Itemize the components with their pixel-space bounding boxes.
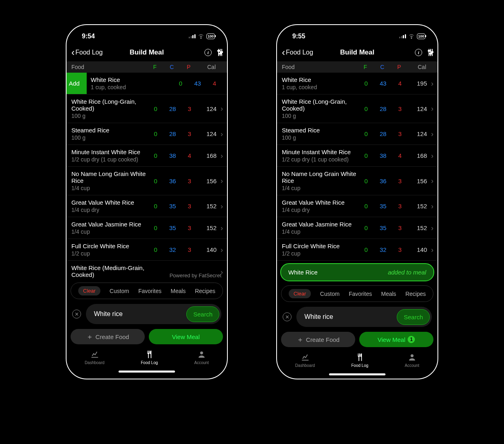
protein-value: 4 [206,80,223,87]
search-input[interactable]: White rice Search [86,304,221,324]
food-row[interactable]: White Rice 1 cup, cooked 0 43 4 195 › [277,73,437,94]
home-indicator [329,373,385,375]
food-serving: 1/4 cup dry [282,207,358,213]
food-row[interactable]: Great Value Jasmine Rice 1/4 cup 0 35 3 … [277,217,437,239]
protein-value: 3 [181,105,198,112]
chevron-right-icon: › [427,105,433,112]
food-name: White Rice [282,76,358,83]
tab-dashboard[interactable]: Dashboard [85,350,104,365]
filter-clear[interactable]: Clear [78,286,100,295]
person-icon [407,353,417,362]
tab-account[interactable]: Account [194,350,209,365]
tab-account[interactable]: Account [405,353,419,368]
fat-value: 0 [147,203,164,209]
food-row[interactable]: White Rice (Long-Grain, Cooked) 100 g 0 … [277,94,437,123]
food-row[interactable]: Add White Rice 1 cup, cooked 0 43 4 › [67,73,227,94]
carb-value: 36 [375,178,392,184]
food-row[interactable]: White Rice (Long-Grain, Cooked) 100 g 0 … [67,94,227,123]
protein-value: 3 [392,224,408,231]
fat-value: 0 [358,105,375,112]
food-row[interactable]: Steamed Rice 100 g 0 28 3 124 › [67,123,227,145]
food-row[interactable]: Great Value White Rice 1/4 cup dry 0 35 … [67,195,227,217]
food-row[interactable]: Minute Instant White Rice 1/2 cup dry (1… [277,145,437,167]
food-name: Full Circle White Rice [71,243,147,249]
sliders-icon[interactable] [218,49,222,56]
create-food-button[interactable]: ＋ Create Food [281,332,355,347]
chevron-right-icon: › [427,130,433,138]
tab-dashboard[interactable]: Dashboard [295,353,315,368]
filter-recipes[interactable]: Recipes [195,288,215,294]
search-button[interactable]: Search [397,309,430,325]
food-list[interactable]: Add White Rice 1 cup, cooked 0 43 4 › Wh… [67,73,227,279]
food-row[interactable]: Minute Instant White Rice 1/2 cup dry (1… [67,145,227,167]
food-serving: 1/2 cup dry (1 cup cooked) [71,156,147,163]
filter-favorites[interactable]: Favorites [138,288,162,294]
food-name: Steamed Rice [282,127,358,134]
search-input[interactable]: White rice Search [296,307,432,327]
clear-search-icon[interactable]: ✕ [283,312,292,321]
food-name: Great Value Jasmine Rice [71,221,147,228]
protein-value: 4 [392,152,408,159]
fat-value: 0 [358,178,375,184]
food-name: White Rice (Medium-Grain, Cooked) [71,264,147,278]
carb-value: 36 [164,178,181,184]
protein-value: 3 [181,203,198,209]
cal-value: 124 [198,130,217,137]
food-name: White Rice [91,76,172,83]
filter-recipes[interactable]: Recipes [405,291,426,297]
food-row[interactable]: Full Circle White Rice 1/2 cup 0 32 3 14… [277,239,437,261]
info-icon[interactable]: i [415,49,422,56]
create-food-label: Create Food [96,333,129,340]
filter-custom[interactable]: Custom [110,288,129,294]
protein-value: 3 [392,246,408,253]
add-swipe-button[interactable]: Add [67,73,87,94]
food-row[interactable]: No Name Long Grain White Rice 1/4 cup 0 … [67,167,227,195]
food-row[interactable]: Steamed Rice 100 g 0 28 3 124 › [277,123,437,145]
food-info: Minute Instant White Rice 1/2 cup dry (1… [71,149,147,163]
carb-value: 32 [164,246,181,253]
search-button[interactable]: Search [186,306,219,322]
food-row[interactable]: Great Value Jasmine Rice 1/4 cup 0 35 3 … [67,217,227,239]
food-row[interactable]: Great Value White Rice 1/4 cup dry 0 35 … [277,195,437,217]
clear-search-icon[interactable]: ✕ [72,310,81,318]
chevron-right-icon: › [217,246,223,253]
view-meal-badge: 1 [408,336,415,343]
fat-value: 0 [358,152,375,159]
fat-value: 0 [147,105,164,112]
create-food-button[interactable]: ＋ Create Food [71,329,145,344]
filter-meals[interactable]: Meals [381,291,396,297]
toast-status: added to meal [388,269,426,276]
tab-foodlog[interactable]: Food Log [141,350,158,365]
view-meal-button[interactable]: View Meal [149,329,223,344]
carb-value: 28 [375,105,392,112]
filter-favorites[interactable]: Favorites [349,291,372,297]
back-button[interactable]: ‹ Food Log [71,48,103,57]
view-meal-button[interactable]: View Meal 1 [359,332,433,347]
header-cal: Cal [197,64,216,70]
back-button[interactable]: ‹ Food Log [282,48,313,57]
food-row[interactable]: No Name Long Grain White Rice 1/4 cup 0 … [277,167,437,195]
carb-value: 28 [164,130,181,137]
food-info: No Name Long Grain White Rice 1/4 cup [282,170,358,191]
sliders-icon[interactable] [429,49,433,56]
food-row[interactable]: Full Circle White Rice 1/2 cup 0 32 3 14… [67,239,227,261]
tab-foodlog[interactable]: Food Log [351,353,368,368]
food-info: White Rice (Long-Grain, Cooked) 100 g [282,98,358,119]
protein-value: 3 [181,246,198,253]
info-icon[interactable]: i [204,49,212,56]
cal-value: 168 [408,152,427,159]
view-meal-label: View Meal [172,333,200,340]
food-serving: 1/2 cup dry (1 cup cooked) [282,156,358,163]
food-info: Full Circle White Rice 1/2 cup [71,243,147,257]
filter-custom[interactable]: Custom [320,291,339,297]
food-list[interactable]: White Rice 1 cup, cooked 0 43 4 195 › Wh… [277,73,437,262]
carb-value: 28 [375,130,392,137]
cal-value: 152 [408,203,427,209]
food-name: White Rice (Long-Grain, Cooked) [282,98,358,112]
food-name: Minute Instant White Rice [71,149,147,155]
wifi-icon [198,34,204,39]
cal-value: 152 [408,224,427,231]
filter-meals[interactable]: Meals [171,288,185,294]
filter-clear[interactable]: Clear [289,289,311,298]
food-info: White Rice (Long-Grain, Cooked) 100 g [71,98,147,119]
